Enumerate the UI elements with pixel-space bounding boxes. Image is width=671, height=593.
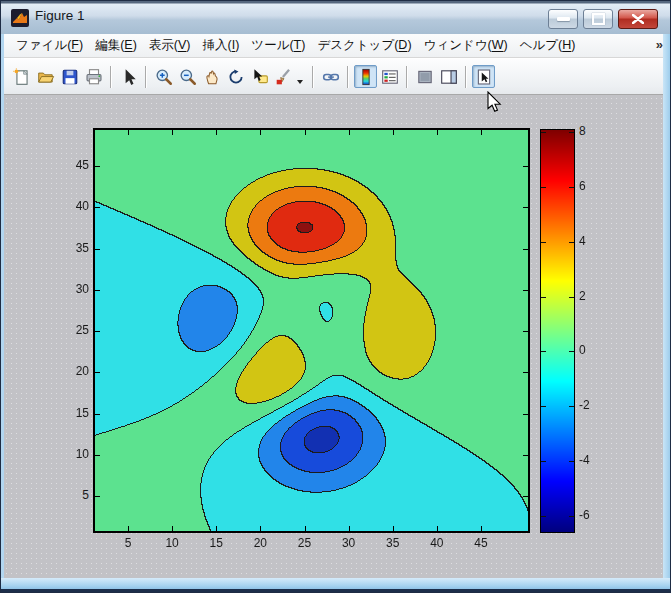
window-border-right <box>663 34 670 578</box>
zoom-in-icon <box>155 68 173 86</box>
insert-colorbar-button[interactable] <box>354 65 377 88</box>
toolbar-separator <box>347 66 349 88</box>
insert-legend-icon <box>381 68 399 86</box>
new-figure-button[interactable] <box>10 65 33 88</box>
new-figure-icon <box>13 68 31 86</box>
colorbar-tick-label: -2 <box>579 398 609 412</box>
matlab-logo-icon <box>11 9 29 27</box>
show-plot-tools-icon <box>440 68 458 86</box>
toolbar-separator <box>312 66 314 88</box>
contour-plot-axes[interactable] <box>94 129 529 532</box>
pan-button[interactable] <box>200 65 223 88</box>
y-tick-label: 30 <box>57 282 89 296</box>
menu-item-2[interactable]: 表示(V) <box>143 34 197 57</box>
colorbar-tick-label: 0 <box>579 343 609 357</box>
print-figure-button[interactable] <box>82 65 105 88</box>
hide-plot-tools-button[interactable] <box>413 65 436 88</box>
minimize-icon <box>557 17 570 21</box>
y-tick-label: 35 <box>57 241 89 255</box>
menu-item-6[interactable]: ウィンドウ(W) <box>418 34 514 57</box>
menu-item-5[interactable]: デスクトップ(D) <box>311 34 417 57</box>
data-cursor-button[interactable] <box>248 65 271 88</box>
menu-item-7[interactable]: ヘルプ(H) <box>514 34 582 57</box>
save-figure-icon <box>61 68 79 86</box>
edit-plot-button[interactable] <box>117 65 140 88</box>
data-cursor-icon <box>251 68 269 86</box>
x-tick-label: 25 <box>289 536 321 550</box>
plot-edit-toggle-icon <box>475 68 493 86</box>
x-tick-label: 35 <box>377 536 409 550</box>
restore-icon <box>592 13 605 25</box>
toolbar-separator <box>406 66 408 88</box>
y-tick-label: 5 <box>57 488 89 502</box>
x-tick-label: 45 <box>465 536 497 550</box>
brush-dropdown-caret[interactable] <box>297 80 303 84</box>
x-tick-label: 30 <box>333 536 365 550</box>
menu-item-4[interactable]: ツール(T) <box>245 34 311 57</box>
link-plot-icon <box>322 68 340 86</box>
open-file-icon <box>37 68 55 86</box>
restore-button[interactable] <box>583 9 613 29</box>
brush-data-button[interactable] <box>272 65 295 88</box>
menu-item-1[interactable]: 編集(E) <box>89 34 143 57</box>
menu-item-0[interactable]: ファイル(F) <box>10 34 89 57</box>
y-tick-label: 25 <box>57 323 89 337</box>
y-tick-label: 40 <box>57 199 89 213</box>
matlab-figure-window: Figure 1 ファイル(F)編集(E)表示(V)挿入(I)ツール(T)デスク… <box>0 0 671 593</box>
colorbar-tick-label: -4 <box>579 453 609 467</box>
toolbar-separator <box>110 66 112 88</box>
toolbar-separator <box>465 66 467 88</box>
close-button[interactable] <box>618 9 658 29</box>
colorbar-tick-label: 6 <box>579 179 609 193</box>
toolbar <box>4 58 667 95</box>
toolbar-separator <box>145 66 147 88</box>
colorbar-tick-label: -6 <box>579 508 609 522</box>
link-plot-button[interactable] <box>319 65 342 88</box>
plot-edit-toggle-button[interactable] <box>472 65 495 88</box>
minimize-button[interactable] <box>548 9 578 29</box>
window-title: Figure 1 <box>35 8 85 23</box>
rotate-3d-button[interactable] <box>224 65 247 88</box>
menubar: ファイル(F)編集(E)表示(V)挿入(I)ツール(T)デスクトップ(D)ウィン… <box>4 34 667 58</box>
hide-plot-tools-icon <box>416 68 434 86</box>
rotate-3d-icon <box>227 68 245 86</box>
window-border-bottom <box>1 578 670 592</box>
window-border-left <box>1 34 4 578</box>
open-file-button[interactable] <box>34 65 57 88</box>
insert-legend-button[interactable] <box>378 65 401 88</box>
y-tick-label: 10 <box>57 447 89 461</box>
pan-hand-icon <box>203 68 221 86</box>
menu-item-3[interactable]: 挿入(I) <box>197 34 246 57</box>
x-tick-label: 10 <box>156 536 188 550</box>
insert-colorbar-icon <box>357 68 375 86</box>
close-icon <box>632 14 644 24</box>
save-figure-button[interactable] <box>58 65 81 88</box>
zoom-out-button[interactable] <box>176 65 199 88</box>
x-tick-label: 15 <box>200 536 232 550</box>
show-plot-tools-button[interactable] <box>437 65 460 88</box>
y-tick-label: 45 <box>57 158 89 172</box>
colorbar-tick-label: 4 <box>579 234 609 248</box>
y-tick-label: 15 <box>57 406 89 420</box>
zoom-out-icon <box>179 68 197 86</box>
colorbar-tick-label: 2 <box>579 289 609 303</box>
x-tick-label: 20 <box>244 536 276 550</box>
colorbar[interactable] <box>541 130 574 532</box>
titlebar[interactable]: Figure 1 <box>1 1 670 34</box>
x-tick-label: 40 <box>421 536 453 550</box>
colorbar-tick-label: 8 <box>579 124 609 138</box>
print-figure-icon <box>85 68 103 86</box>
y-tick-label: 20 <box>57 364 89 378</box>
menu-overflow-icon[interactable]: » <box>656 37 663 52</box>
brush-data-icon <box>275 68 293 86</box>
x-tick-label: 5 <box>112 536 144 550</box>
zoom-in-button[interactable] <box>152 65 175 88</box>
edit-plot-arrow-icon <box>120 68 138 86</box>
